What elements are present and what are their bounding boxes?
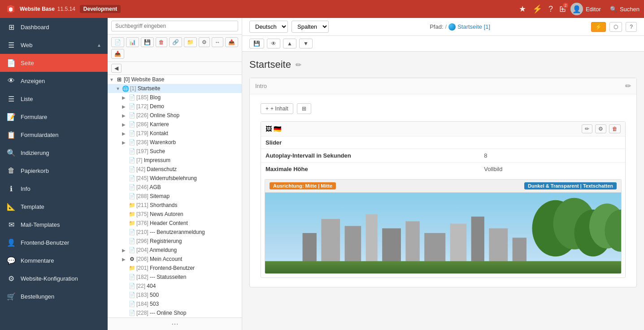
tree-item-warenkorb[interactable]: ▶ 📄 [236] Warenkorb: [108, 138, 242, 147]
frontend-benutzer-icon: 👤: [6, 238, 16, 247]
tree-item-header-content[interactable]: 📁 [376] Header Content: [108, 219, 242, 228]
search-area[interactable]: 🔍 Suchen: [610, 6, 640, 13]
settings-button[interactable]: ⚙: [199, 37, 210, 47]
tree-item-sitemap[interactable]: 📄 [288] Sitemap: [108, 192, 242, 201]
save-button[interactable]: 💾: [141, 37, 154, 47]
add-content-grid-button[interactable]: ⊞: [297, 103, 311, 114]
help-icon[interactable]: ?: [548, 4, 553, 14]
seite-icon: 📄: [6, 58, 16, 68]
expand-icon: [122, 149, 128, 154]
add-content-row: + + Inhalt ⊞: [255, 100, 631, 118]
path-page-link[interactable]: Startseite [1]: [448, 23, 490, 31]
sidebar-item-bestellungen[interactable]: 🛒 Bestellungen: [0, 287, 108, 305]
sidebar-item-formulardaten[interactable]: 📋 Formulardaten: [0, 126, 108, 144]
add-content-button[interactable]: + + Inhalt: [261, 103, 293, 114]
tree-item-404[interactable]: 📄 [22] 404: [108, 282, 242, 290]
share-button[interactable]: ⬡: [609, 22, 622, 32]
page-icon: 📄: [128, 238, 135, 245]
tree-item-online-shop-sep[interactable]: 📄 [228] --- Online Shop: [108, 308, 242, 317]
sidebar-item-anzeigen[interactable]: 👁 Anzeigen: [0, 72, 108, 90]
link-button[interactable]: 🔗: [169, 37, 182, 47]
tree-item-datenschutz[interactable]: 📄 [42] Datenschutz: [108, 165, 242, 174]
tree-item-registrierung[interactable]: 📄 [296] Registrierung: [108, 237, 242, 246]
sidebar-label-web: Web: [21, 42, 33, 48]
tree-item-agb[interactable]: 📄 [246] AGB: [108, 183, 242, 192]
sidebar-item-template[interactable]: 📐 Template: [0, 198, 108, 216]
tree-item-widerrufsbelehrung[interactable]: 📄 [245] Widerrufsbelehrung: [108, 174, 242, 183]
star-icon[interactable]: ★: [519, 4, 526, 14]
slider-toggle-button[interactable]: ⚙: [595, 124, 606, 133]
sidebar-item-papierkorb[interactable]: 🗑 Papierkorb: [0, 162, 108, 180]
help-button[interactable]: ?: [626, 22, 637, 32]
sidebar-item-website-konfiguration[interactable]: ⚙ Website-Konfiguration: [0, 269, 108, 287]
sidebar-item-indizierung[interactable]: 🔍 Indizierung: [0, 144, 108, 162]
sidebar-label-formulare: Formulare: [21, 114, 47, 120]
page-title-edit-icon[interactable]: ✏: [296, 61, 301, 69]
tree-item-shorthands[interactable]: 📁 [211] Shorthands: [108, 201, 242, 210]
expand-icon: [122, 203, 128, 208]
page-icon: 📄: [128, 273, 135, 281]
expand-icon: [122, 221, 128, 226]
tree-more-button[interactable]: ⋯: [171, 320, 178, 328]
tree-item-503[interactable]: 📄 [184] 503: [108, 299, 242, 308]
slider-edit-button[interactable]: ✏: [582, 124, 592, 133]
tree-item-online-shop[interactable]: ▶ 📄 [226] Online Shop: [108, 111, 242, 120]
intro-edit-icon[interactable]: ✏: [625, 82, 631, 90]
tree-collapse-button[interactable]: ◀: [111, 64, 122, 73]
tree-item-kontakt[interactable]: ▶ 📄 [179] Kontakt: [108, 129, 242, 138]
toolbar-down-btn[interactable]: ▼: [299, 39, 313, 48]
tree-item-karriere[interactable]: ▶ 📄 [286] Karriere: [108, 120, 242, 129]
tree-item-impressum[interactable]: 📄 [7] Impressum: [108, 156, 242, 165]
tree-item-anmeldung[interactable]: ▶ 📄 [204] Anmeldung: [108, 246, 242, 255]
toolbar-preview-btn[interactable]: 👁: [267, 39, 280, 48]
sidebar-item-seite[interactable]: 📄 Seite: [0, 54, 108, 72]
sidebar-item-liste[interactable]: ☰ Liste: [0, 90, 108, 108]
move-button[interactable]: ↔: [212, 37, 223, 47]
tree-item-blog[interactable]: ▶ 📄 [185] Blog: [108, 93, 242, 102]
search-label: Suchen: [620, 6, 640, 13]
page-icon: 📄: [128, 157, 135, 164]
bolt-icon[interactable]: ⚡: [532, 4, 542, 14]
tree-item-suche[interactable]: 📄 [197] Suche: [108, 147, 242, 156]
language-select[interactable]: Deutsch: [249, 21, 288, 33]
tree-root-label: [0] Website Base: [124, 76, 165, 83]
export-button[interactable]: 📤: [225, 37, 238, 47]
user-menu[interactable]: 👤 Editor: [570, 3, 601, 15]
tree-item-news-autoren[interactable]: 📁 [375] News Autoren: [108, 210, 242, 219]
app-logo: Website Base 11.5.14: [4, 3, 75, 15]
tree-item-mein-account[interactable]: ▶ ⚙ [206] Mein Account: [108, 255, 242, 264]
user-avatar: 👤: [570, 3, 583, 15]
sidebar-item-web[interactable]: ☰ Web ▲: [0, 36, 108, 54]
column-select[interactable]: Spalten: [292, 21, 329, 33]
sidebar-item-mail-templates[interactable]: ✉ Mail-Templates: [0, 216, 108, 233]
tree-item-startseite[interactable]: ▼ 🌐 [1] Startseite: [108, 84, 242, 93]
slider-delete-button[interactable]: 🗑: [609, 124, 621, 133]
expand-icon: ▶: [122, 131, 128, 136]
sidebar-item-kommentare[interactable]: 💬 Kommentare: [0, 251, 108, 269]
content-area: Deutsch Spalten Pfad: / Startseite [1] ⚡…: [242, 18, 644, 330]
tree-item-statusseiten[interactable]: 📄 [182] --- Statusseiten: [108, 273, 242, 282]
tree-item-demo[interactable]: ▶ 📄 [172] Demo: [108, 102, 242, 111]
tree-item-root[interactable]: ▼ ⊞ [0] Website Base: [108, 75, 242, 84]
import-button[interactable]: 📥: [111, 49, 124, 59]
grid-icon[interactable]: ⊞ 2: [559, 4, 566, 14]
notification-badge: 2: [562, 2, 569, 9]
toolbar-save-btn[interactable]: 💾: [249, 39, 264, 48]
tree-item-frontend-benutzer[interactable]: 📁 [201] Frontend-Benutzer: [108, 264, 242, 273]
sidebar-item-info[interactable]: ℹ Info: [0, 180, 108, 198]
path-prefix: Pfad:: [430, 23, 443, 30]
tree-item-benutzeranmeldung[interactable]: 📄 [210] --- Benutzeranmeldung: [108, 228, 242, 237]
new-page-button[interactable]: 📄: [111, 37, 124, 47]
sidebar-item-frontend-benutzer[interactable]: 👤 Frontend-Benutzer: [0, 233, 108, 251]
page-icon: 📄: [128, 112, 135, 119]
delete-button[interactable]: 🗑: [156, 37, 167, 47]
new-folder-button[interactable]: 📊: [126, 37, 139, 47]
search-input[interactable]: [111, 21, 238, 31]
sidebar-item-dashboard[interactable]: ⊞ Dashboard: [0, 18, 108, 36]
toolbar-up-btn[interactable]: ▲: [283, 39, 296, 48]
sidebar-item-formulare[interactable]: 📝 Formulare: [0, 108, 108, 126]
folder-icon: 📁: [128, 264, 135, 272]
lightning-button[interactable]: ⚡: [591, 22, 606, 32]
tree-item-500[interactable]: 📄 [183] 500: [108, 290, 242, 299]
folder-button[interactable]: 📁: [184, 37, 197, 47]
